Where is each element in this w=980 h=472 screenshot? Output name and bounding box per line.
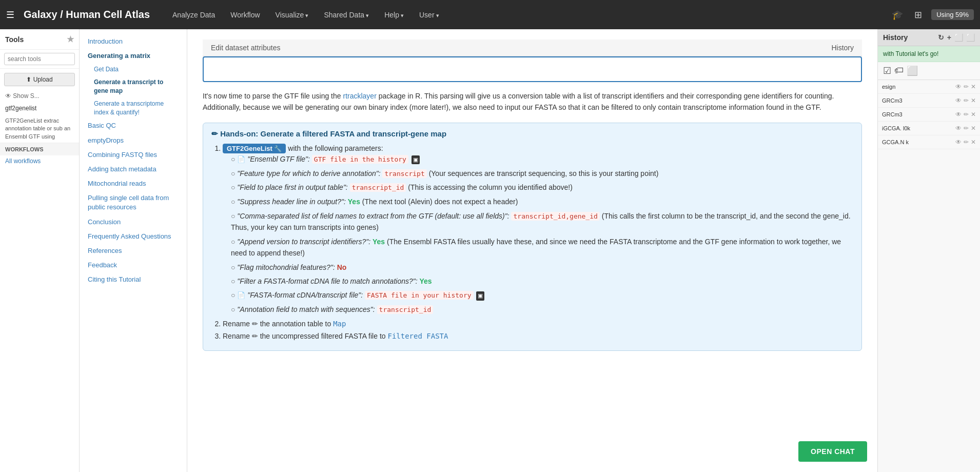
history-item: GRCm3 👁 ✏ ✕ [878, 94, 980, 108]
history-item: GRCm3 👁 ✏ ✕ [878, 108, 980, 122]
with-params-text: with the following parameters: [288, 144, 383, 152]
delete-icon-4[interactable]: ✕ [971, 125, 976, 132]
grid-icon[interactable]: ⊞ [914, 9, 922, 21]
tool-badge-gtf2genelist[interactable]: GTF2GeneList 🔧 [223, 144, 286, 153]
step-3-rename: Rename ✏ the uncompressed filtered FASTA… [223, 332, 853, 340]
toc-sidebar: Introduction Generating a matrix Get Dat… [80, 29, 187, 472]
edit-icon-4[interactable]: ✏ [964, 125, 969, 132]
file-icon-gtf: 📄 [237, 155, 245, 163]
toc-item-mitochondrial[interactable]: Mitochondrial reads [80, 176, 187, 191]
toc-item-pulling-single[interactable]: Pulling single cell data from public res… [80, 191, 187, 214]
param-suppress-header: "Suppress header line in output?": Yes (… [231, 196, 853, 207]
history-item-name-2: GRCm3 [882, 97, 955, 104]
toc-item-references[interactable]: References [80, 244, 187, 258]
param-label-ensembl-gtf: "Ensembl GTF file": [247, 155, 310, 163]
toc-item-generating-matrix[interactable]: Generating a matrix [80, 49, 187, 63]
edit-icon-1[interactable]: ✏ [964, 83, 969, 90]
refresh-icon[interactable]: ↻ [938, 33, 944, 42]
toc-item-adding-batch[interactable]: Adding batch metadata [80, 162, 187, 176]
param-feature-type: "Feature type for which to derive annota… [231, 168, 853, 180]
toc-item-feedback[interactable]: Feedback [80, 258, 187, 272]
eye-icon-2[interactable]: 👁 [955, 97, 962, 104]
delete-icon-3[interactable]: ✕ [971, 111, 976, 118]
graduation-cap-icon[interactable]: 🎓 [892, 9, 903, 21]
open-chat-button[interactable]: OPEN CHAT [798, 441, 867, 462]
history-header-icons: ↻ + ⬜ ⬜ [938, 33, 975, 42]
nav-shared-data[interactable]: Shared Data [321, 9, 372, 21]
param-value-ensembl-gtf: GTF file in the history [312, 155, 408, 164]
nav-visualize[interactable]: Visualize [272, 9, 312, 21]
toc-item-combining-fastq[interactable]: Combining FASTQ files [80, 148, 187, 162]
upload-button[interactable]: ⬆ Upload [4, 73, 75, 86]
param-flag-mito: "Flag mitochondrial features?": No [231, 262, 853, 273]
param-value-append-version: Yes [373, 238, 385, 246]
toc-item-conclusion[interactable]: Conclusion [80, 215, 187, 229]
more-icon[interactable]: ⬜ [966, 33, 975, 42]
history-item: GCGA.N k 👁 ✏ ✕ [878, 135, 980, 149]
toc-item-faq[interactable]: Frequently Asked Questions [80, 229, 187, 244]
history-label-bar: History [831, 44, 854, 52]
param-label-comma-separated: "Comma-separated list of field names to … [237, 212, 509, 220]
delete-icon-2[interactable]: ✕ [971, 97, 976, 104]
history-tools-bar: ☑ 🏷 ⬜ [878, 62, 980, 80]
delete-icon-5[interactable]: ✕ [971, 139, 976, 146]
param-append-version: "Append version to transcript identifier… [231, 236, 853, 259]
param-label-flag-mito: "Flag mitochondrial features?": [237, 263, 335, 271]
delete-icon-1[interactable]: ✕ [971, 83, 976, 90]
step-1: GTF2GeneList 🔧 with the following parame… [223, 144, 853, 316]
param-field-first: "Field to place first in output table": … [231, 182, 853, 193]
history-items-list: esign 👁 ✏ ✕ GRCm3 👁 ✏ ✕ GRCm3 👁 [878, 80, 980, 472]
param-value-field-first: transcript_id [350, 183, 406, 192]
edit-icon-5[interactable]: ✏ [964, 139, 969, 146]
toc-item-introduction[interactable]: Introduction [80, 34, 187, 49]
eye-icon-5[interactable]: 👁 [955, 139, 962, 146]
add-icon[interactable]: + [947, 33, 951, 42]
param-note-feature-type: (Your sequences are transcript sequencin… [429, 169, 659, 178]
nav-help[interactable]: Help [381, 9, 407, 21]
tools-search-input[interactable] [4, 53, 75, 65]
hamburger-icon[interactable]: ☰ [6, 9, 14, 21]
toc-item-emptydrops[interactable]: emptyDrops [80, 133, 187, 148]
toc-item-basic-qc[interactable]: Basic QC [80, 119, 187, 133]
toc-item-get-data[interactable]: Get Data [80, 63, 187, 76]
nav-analyze-data[interactable]: Analyze Data [169, 9, 218, 21]
edit-icon-3[interactable]: ✏ [964, 111, 969, 118]
file-icon-fasta: 📄 [237, 291, 245, 299]
param-value-flag-mito: No [337, 263, 347, 271]
eye-icon-4[interactable]: 👁 [955, 125, 962, 132]
rtracklayer-link[interactable]: rtracklayer [343, 92, 376, 100]
star-icon[interactable]: ★ [67, 34, 74, 44]
tool-name-gtf2genelist[interactable]: gtf2genelist [0, 102, 79, 115]
eye-icon-1[interactable]: 👁 [955, 83, 962, 90]
checkbox-icon[interactable]: ☑ [883, 65, 891, 76]
param-label-fasta-file: "FASTA-format cDNA/transcript file": [247, 291, 363, 299]
edit-icon-2[interactable]: ✏ [964, 97, 969, 104]
history-item-name-3: GRCm3 [882, 111, 955, 117]
nav-workflow[interactable]: Workflow [227, 9, 263, 21]
param-label-annotation-field: "Annotation field to match with sequence… [237, 305, 375, 313]
param-filter-fasta: "Filter a FASTA-format cDNA file to matc… [231, 276, 853, 287]
param-value-filter-fasta: Yes [420, 277, 432, 285]
history-item-actions-3: 👁 ✏ ✕ [955, 111, 976, 118]
history-item-actions-4: 👁 ✏ ✕ [955, 125, 976, 132]
hands-on-box: ✏ Hands-on: Generate a filtered FASTA an… [203, 123, 862, 351]
expand-icon[interactable]: ⬜ [954, 33, 963, 42]
rename-filtered-fasta-value: Filtered FASTA [387, 332, 448, 340]
toc-item-citing[interactable]: Citing this Tutorial [80, 272, 187, 287]
tools-header: Tools ★ [0, 29, 79, 50]
layout-icon[interactable]: ⬜ [907, 65, 918, 76]
brand-title: Galaxy / Human Cell Atlas [24, 9, 150, 21]
tag-icon[interactable]: 🏷 [894, 65, 904, 76]
all-workflows-link[interactable]: All workflows [0, 155, 79, 167]
toc-item-generate-transcriptome[interactable]: Generate a transcriptome index & quantif… [80, 97, 187, 119]
toc-item-generate-transcript[interactable]: Generate a transcript to gene map [80, 76, 187, 97]
history-header: History ↻ + ⬜ ⬜ [878, 29, 980, 46]
eye-icon-3[interactable]: 👁 [955, 111, 962, 118]
content-area: Edit dataset attributes History It's now… [187, 29, 877, 472]
param-ensembl-gtf: 📄 "Ensembl GTF file": GTF file in the hi… [231, 153, 853, 165]
tools-search-box [0, 50, 79, 69]
nav-user[interactable]: User [416, 9, 442, 21]
show-section-link[interactable]: 👁 Show S... [0, 90, 79, 102]
history-item: esign 👁 ✏ ✕ [878, 80, 980, 94]
gear-icon: 🔧 [274, 145, 282, 152]
